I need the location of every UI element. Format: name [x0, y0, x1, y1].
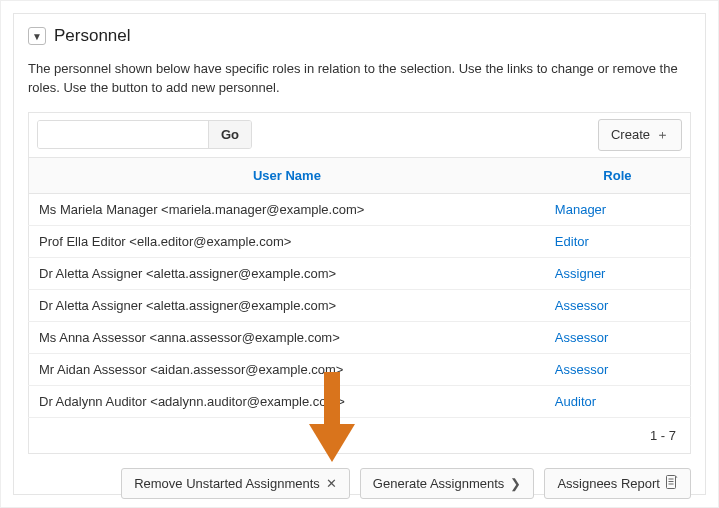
- create-button[interactable]: Create ＋: [598, 119, 682, 151]
- table-row: Prof Ella Editor <ella.editor@example.co…: [29, 225, 691, 257]
- column-header-role[interactable]: Role: [545, 157, 691, 193]
- create-button-label: Create: [611, 127, 650, 142]
- user-cell: Dr Adalynn Auditor <adalynn.auditor@exam…: [29, 385, 545, 417]
- collapse-toggle[interactable]: ▼: [28, 27, 46, 45]
- role-link[interactable]: Auditor: [555, 394, 596, 409]
- go-button[interactable]: Go: [208, 121, 251, 148]
- panel-description: The personnel shown below have specific …: [28, 60, 691, 98]
- table-row: Dr Aletta Assigner <aletta.assigner@exam…: [29, 289, 691, 321]
- user-cell: Mr Aidan Assessor <aidan.assessor@exampl…: [29, 353, 545, 385]
- remove-unstarted-button[interactable]: Remove Unstarted Assignments ✕: [121, 468, 350, 499]
- panel-title: Personnel: [54, 26, 131, 46]
- role-link[interactable]: Assessor: [555, 298, 608, 313]
- role-cell: Manager: [545, 193, 691, 225]
- role-link[interactable]: Manager: [555, 202, 606, 217]
- generate-assignments-button[interactable]: Generate Assignments ❯: [360, 468, 535, 499]
- role-cell: Auditor: [545, 385, 691, 417]
- caret-down-icon: ▼: [32, 31, 42, 42]
- close-icon: ✕: [326, 476, 337, 491]
- role-link[interactable]: Assigner: [555, 266, 606, 281]
- role-link[interactable]: Editor: [555, 234, 589, 249]
- search-input[interactable]: [38, 121, 208, 148]
- action-bar: Remove Unstarted Assignments ✕ Generate …: [28, 468, 691, 499]
- user-cell: Ms Anna Assessor <anna.assessor@example.…: [29, 321, 545, 353]
- role-cell: Assessor: [545, 289, 691, 321]
- user-cell: Dr Aletta Assigner <aletta.assigner@exam…: [29, 257, 545, 289]
- role-link[interactable]: Assessor: [555, 330, 608, 345]
- toolbar: Go Create ＋: [28, 112, 691, 157]
- table-row: Dr Aletta Assigner <aletta.assigner@exam…: [29, 257, 691, 289]
- user-cell: Prof Ella Editor <ella.editor@example.co…: [29, 225, 545, 257]
- user-cell: Dr Aletta Assigner <aletta.assigner@exam…: [29, 289, 545, 321]
- role-cell: Assessor: [545, 353, 691, 385]
- go-button-label: Go: [221, 127, 239, 142]
- role-cell: Assessor: [545, 321, 691, 353]
- panel-header: ▼ Personnel: [28, 26, 691, 46]
- table-row: Ms Anna Assessor <anna.assessor@example.…: [29, 321, 691, 353]
- remove-unstarted-label: Remove Unstarted Assignments: [134, 476, 320, 491]
- search-group: Go: [37, 120, 252, 149]
- plus-icon: ＋: [656, 126, 669, 144]
- pagination: 1 - 7: [28, 418, 691, 454]
- document-icon: [666, 475, 678, 492]
- table-row: Mr Aidan Assessor <aidan.assessor@exampl…: [29, 353, 691, 385]
- assignees-report-label: Assignees Report: [557, 476, 660, 491]
- role-link[interactable]: Assessor: [555, 362, 608, 377]
- column-header-user[interactable]: User Name: [29, 157, 545, 193]
- role-cell: Assigner: [545, 257, 691, 289]
- personnel-table: User Name Role Ms Mariela Manager <marie…: [28, 157, 691, 418]
- user-cell: Ms Mariela Manager <mariela.manager@exam…: [29, 193, 545, 225]
- table-row: Ms Mariela Manager <mariela.manager@exam…: [29, 193, 691, 225]
- table-row: Dr Adalynn Auditor <adalynn.auditor@exam…: [29, 385, 691, 417]
- assignees-report-button[interactable]: Assignees Report: [544, 468, 691, 499]
- role-cell: Editor: [545, 225, 691, 257]
- generate-assignments-label: Generate Assignments: [373, 476, 505, 491]
- chevron-right-icon: ❯: [510, 476, 521, 491]
